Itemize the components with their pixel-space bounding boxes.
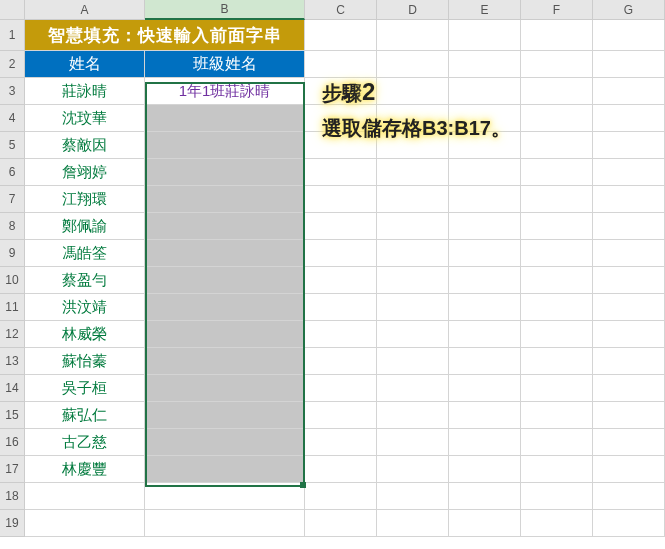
row-header[interactable]: 2: [0, 51, 25, 78]
selected-cell[interactable]: [145, 348, 305, 375]
selected-cell[interactable]: [145, 429, 305, 456]
active-cell-b3[interactable]: 1年1班莊詠晴: [145, 78, 305, 105]
cell[interactable]: [377, 483, 449, 510]
cell[interactable]: [593, 240, 665, 267]
cell[interactable]: [521, 159, 593, 186]
cell[interactable]: [377, 456, 449, 483]
cell[interactable]: [305, 429, 377, 456]
cell[interactable]: [449, 510, 521, 537]
select-all-corner[interactable]: [0, 0, 25, 20]
selected-cell[interactable]: [145, 294, 305, 321]
title-cell[interactable]: 智慧填充：快速輸入前面字串: [25, 20, 305, 51]
cell[interactable]: [593, 213, 665, 240]
name-cell[interactable]: 江翔環: [25, 186, 145, 213]
cell[interactable]: [593, 483, 665, 510]
cell[interactable]: [305, 375, 377, 402]
cell[interactable]: [449, 456, 521, 483]
cell[interactable]: [521, 240, 593, 267]
cell[interactable]: [449, 483, 521, 510]
row-header[interactable]: 7: [0, 186, 25, 213]
cell[interactable]: [593, 429, 665, 456]
cell[interactable]: [521, 267, 593, 294]
selected-cell[interactable]: [145, 240, 305, 267]
row-header[interactable]: 4: [0, 105, 25, 132]
cell[interactable]: [593, 267, 665, 294]
cell[interactable]: [377, 159, 449, 186]
cell[interactable]: [449, 429, 521, 456]
cell[interactable]: [593, 105, 665, 132]
cell[interactable]: [305, 402, 377, 429]
row-header[interactable]: 16: [0, 429, 25, 456]
cell[interactable]: [521, 78, 593, 105]
cell[interactable]: [593, 51, 665, 78]
col-header[interactable]: E: [449, 0, 521, 20]
cell[interactable]: [521, 20, 593, 51]
name-cell[interactable]: 鄭佩諭: [25, 213, 145, 240]
selected-cell[interactable]: [145, 159, 305, 186]
cell[interactable]: [305, 456, 377, 483]
cell[interactable]: [521, 456, 593, 483]
cell[interactable]: [449, 321, 521, 348]
cell[interactable]: [593, 348, 665, 375]
name-cell[interactable]: 洪汶靖: [25, 294, 145, 321]
cell[interactable]: [521, 105, 593, 132]
cell[interactable]: [145, 483, 305, 510]
cell[interactable]: [521, 294, 593, 321]
cell[interactable]: [521, 348, 593, 375]
name-cell[interactable]: 蔡敵因: [25, 132, 145, 159]
row-header[interactable]: 11: [0, 294, 25, 321]
cell[interactable]: [593, 132, 665, 159]
cell[interactable]: [377, 213, 449, 240]
selected-cell[interactable]: [145, 267, 305, 294]
row-header[interactable]: 17: [0, 456, 25, 483]
name-cell[interactable]: 莊詠晴: [25, 78, 145, 105]
cell[interactable]: [521, 483, 593, 510]
cell[interactable]: [377, 321, 449, 348]
cell[interactable]: [449, 267, 521, 294]
cell[interactable]: [593, 321, 665, 348]
row-header[interactable]: 1: [0, 20, 25, 51]
row-header[interactable]: 15: [0, 402, 25, 429]
cell[interactable]: [377, 294, 449, 321]
row-header[interactable]: 18: [0, 483, 25, 510]
cell[interactable]: [305, 213, 377, 240]
cell[interactable]: [593, 456, 665, 483]
selected-cell[interactable]: [145, 321, 305, 348]
cell[interactable]: [305, 348, 377, 375]
cell[interactable]: [25, 483, 145, 510]
cell[interactable]: [593, 20, 665, 51]
name-cell[interactable]: 林威榮: [25, 321, 145, 348]
cell[interactable]: [593, 402, 665, 429]
name-cell[interactable]: 詹翊婷: [25, 159, 145, 186]
cell[interactable]: [305, 321, 377, 348]
cell[interactable]: [593, 186, 665, 213]
name-cell[interactable]: 馮皓筌: [25, 240, 145, 267]
cell[interactable]: [305, 20, 377, 51]
cell[interactable]: [25, 510, 145, 537]
selected-cell[interactable]: [145, 456, 305, 483]
selected-cell[interactable]: [145, 375, 305, 402]
cell[interactable]: [449, 159, 521, 186]
cell[interactable]: [145, 510, 305, 537]
cell[interactable]: [377, 429, 449, 456]
cell[interactable]: [593, 78, 665, 105]
cell[interactable]: [377, 186, 449, 213]
cell[interactable]: [305, 483, 377, 510]
cell[interactable]: [593, 294, 665, 321]
cell[interactable]: [521, 375, 593, 402]
row-header[interactable]: 5: [0, 132, 25, 159]
cell[interactable]: [377, 267, 449, 294]
cell[interactable]: [305, 51, 377, 78]
name-cell[interactable]: 蘇弘仁: [25, 402, 145, 429]
selected-cell[interactable]: [145, 105, 305, 132]
selected-cell[interactable]: [145, 213, 305, 240]
col-header[interactable]: B: [145, 0, 305, 20]
selected-cell[interactable]: [145, 402, 305, 429]
cell[interactable]: [305, 186, 377, 213]
cell[interactable]: [305, 240, 377, 267]
cell[interactable]: [377, 402, 449, 429]
row-header[interactable]: 6: [0, 159, 25, 186]
cell[interactable]: [377, 348, 449, 375]
cell[interactable]: [449, 186, 521, 213]
cell[interactable]: [521, 321, 593, 348]
